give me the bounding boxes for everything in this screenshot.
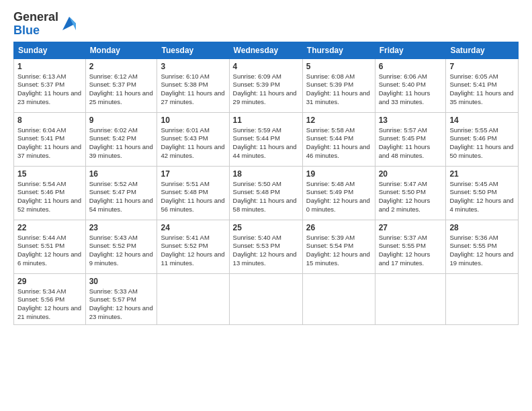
page: General Blue Sunday Monday Tuesday Wedne… [0,0,532,411]
day-info: Sunrise: 5:50 AM Sunset: 5:48 PM Dayligh… [233,180,299,214]
day-number: 11 [233,116,299,125]
day-info: Sunrise: 6:05 AM Sunset: 5:41 PM Dayligh… [449,73,515,107]
day-number: 28 [449,223,515,232]
calendar-cell: 17Sunrise: 5:51 AM Sunset: 5:48 PM Dayli… [157,166,229,220]
week-row-5: 29Sunrise: 5:34 AM Sunset: 5:56 PM Dayli… [14,273,519,324]
calendar-cell [302,273,375,324]
day-number: 2 [89,62,154,71]
day-info: Sunrise: 5:41 AM Sunset: 5:52 PM Dayligh… [161,234,225,268]
day-info: Sunrise: 5:34 AM Sunset: 5:56 PM Dayligh… [17,287,82,322]
day-number: 20 [379,169,443,179]
calendar-cell: 8Sunrise: 6:04 AM Sunset: 5:41 PM Daylig… [14,112,86,166]
day-number: 14 [449,116,515,125]
day-info: Sunrise: 6:10 AM Sunset: 5:38 PM Dayligh… [161,73,225,107]
calendar-cell: 19Sunrise: 5:48 AM Sunset: 5:49 PM Dayli… [302,166,375,220]
day-info: Sunrise: 5:54 AM Sunset: 5:46 PM Dayligh… [17,180,82,214]
day-number: 8 [17,116,82,125]
day-number: 15 [17,169,82,179]
col-wednesday: Wednesday [229,42,302,58]
logo-general: General [13,10,58,24]
day-number: 10 [161,116,225,125]
week-row-2: 8Sunrise: 6:04 AM Sunset: 5:41 PM Daylig… [14,112,519,166]
logo-icon [60,14,79,33]
day-number: 3 [161,62,225,71]
week-row-3: 15Sunrise: 5:54 AM Sunset: 5:46 PM Dayli… [14,166,519,220]
day-info: Sunrise: 6:01 AM Sunset: 5:43 PM Dayligh… [161,126,225,161]
calendar-cell: 23Sunrise: 5:43 AM Sunset: 5:52 PM Dayli… [85,220,157,273]
day-info: Sunrise: 5:36 AM Sunset: 5:55 PM Dayligh… [449,234,515,268]
day-number: 26 [306,223,371,232]
day-number: 29 [17,277,82,286]
calendar-cell: 29Sunrise: 5:34 AM Sunset: 5:56 PM Dayli… [14,273,86,324]
calendar-cell: 16Sunrise: 5:52 AM Sunset: 5:47 PM Dayli… [85,166,157,220]
day-info: Sunrise: 6:12 AM Sunset: 5:37 PM Dayligh… [89,73,154,107]
calendar-cell [229,273,302,324]
calendar-cell: 28Sunrise: 5:36 AM Sunset: 5:55 PM Dayli… [446,220,519,273]
day-info: Sunrise: 6:09 AM Sunset: 5:39 PM Dayligh… [233,73,299,107]
day-number: 1 [17,62,82,71]
day-number: 19 [306,169,371,179]
day-number: 9 [89,116,154,125]
day-number: 13 [379,116,443,125]
calendar-cell: 7Sunrise: 6:05 AM Sunset: 5:41 PM Daylig… [446,58,519,112]
calendar-cell: 22Sunrise: 5:44 AM Sunset: 5:51 PM Dayli… [14,220,86,273]
calendar-cell: 11Sunrise: 5:59 AM Sunset: 5:44 PM Dayli… [229,112,302,166]
calendar-cell: 27Sunrise: 5:37 AM Sunset: 5:55 PM Dayli… [375,220,446,273]
day-number: 4 [233,62,299,71]
calendar-cell [157,273,229,324]
day-number: 12 [306,116,371,125]
week-row-1: 1Sunrise: 6:13 AM Sunset: 5:37 PM Daylig… [14,58,519,112]
day-number: 22 [17,223,82,232]
day-number: 18 [233,169,299,179]
day-info: Sunrise: 5:55 AM Sunset: 5:46 PM Dayligh… [449,126,515,161]
day-info: Sunrise: 5:44 AM Sunset: 5:51 PM Dayligh… [17,234,82,268]
day-info: Sunrise: 6:06 AM Sunset: 5:40 PM Dayligh… [379,73,443,107]
calendar-table: Sunday Monday Tuesday Wednesday Thursday… [13,42,519,325]
day-info: Sunrise: 5:40 AM Sunset: 5:53 PM Dayligh… [233,234,299,268]
day-number: 24 [161,223,225,232]
calendar-cell: 9Sunrise: 6:02 AM Sunset: 5:42 PM Daylig… [85,112,157,166]
day-number: 16 [89,169,154,179]
week-row-4: 22Sunrise: 5:44 AM Sunset: 5:51 PM Dayli… [14,220,519,273]
logo-blue: Blue [13,24,40,37]
calendar-cell: 3Sunrise: 6:10 AM Sunset: 5:38 PM Daylig… [157,58,229,112]
calendar-cell: 12Sunrise: 5:58 AM Sunset: 5:44 PM Dayli… [302,112,375,166]
day-info: Sunrise: 5:59 AM Sunset: 5:44 PM Dayligh… [233,126,299,161]
day-info: Sunrise: 6:02 AM Sunset: 5:42 PM Dayligh… [89,126,154,161]
day-info: Sunrise: 5:52 AM Sunset: 5:47 PM Dayligh… [89,180,154,214]
calendar-cell: 14Sunrise: 5:55 AM Sunset: 5:46 PM Dayli… [446,112,519,166]
calendar-cell: 5Sunrise: 6:08 AM Sunset: 5:39 PM Daylig… [302,58,375,112]
calendar-cell: 10Sunrise: 6:01 AM Sunset: 5:43 PM Dayli… [157,112,229,166]
col-saturday: Saturday [446,42,519,58]
calendar-cell: 18Sunrise: 5:50 AM Sunset: 5:48 PM Dayli… [229,166,302,220]
logo-text: General Blue [13,11,58,38]
day-info: Sunrise: 5:47 AM Sunset: 5:50 PM Dayligh… [379,180,443,214]
day-number: 27 [379,223,443,232]
header: General Blue [13,11,519,38]
day-number: 21 [449,169,515,179]
calendar-cell: 20Sunrise: 5:47 AM Sunset: 5:50 PM Dayli… [375,166,446,220]
col-tuesday: Tuesday [157,42,229,58]
calendar-cell: 13Sunrise: 5:57 AM Sunset: 5:45 PM Dayli… [375,112,446,166]
day-number: 30 [89,277,154,286]
day-number: 23 [89,223,154,232]
day-info: Sunrise: 5:51 AM Sunset: 5:48 PM Dayligh… [161,180,225,214]
col-sunday: Sunday [14,42,86,58]
calendar-cell [375,273,446,324]
day-info: Sunrise: 6:13 AM Sunset: 5:37 PM Dayligh… [17,73,82,107]
day-info: Sunrise: 5:37 AM Sunset: 5:55 PM Dayligh… [379,234,443,268]
day-number: 17 [161,169,225,179]
calendar-cell: 15Sunrise: 5:54 AM Sunset: 5:46 PM Dayli… [14,166,86,220]
col-thursday: Thursday [302,42,375,58]
calendar-cell: 1Sunrise: 6:13 AM Sunset: 5:37 PM Daylig… [14,58,86,112]
day-info: Sunrise: 5:57 AM Sunset: 5:45 PM Dayligh… [379,126,443,161]
calendar-header-row: Sunday Monday Tuesday Wednesday Thursday… [14,42,519,58]
calendar-cell: 25Sunrise: 5:40 AM Sunset: 5:53 PM Dayli… [229,220,302,273]
calendar-cell: 26Sunrise: 5:39 AM Sunset: 5:54 PM Dayli… [302,220,375,273]
day-info: Sunrise: 6:08 AM Sunset: 5:39 PM Dayligh… [306,73,371,107]
day-info: Sunrise: 5:58 AM Sunset: 5:44 PM Dayligh… [306,126,371,161]
day-number: 25 [233,223,299,232]
day-number: 7 [449,62,515,71]
day-info: Sunrise: 6:04 AM Sunset: 5:41 PM Dayligh… [17,126,82,161]
day-info: Sunrise: 5:43 AM Sunset: 5:52 PM Dayligh… [89,234,154,268]
